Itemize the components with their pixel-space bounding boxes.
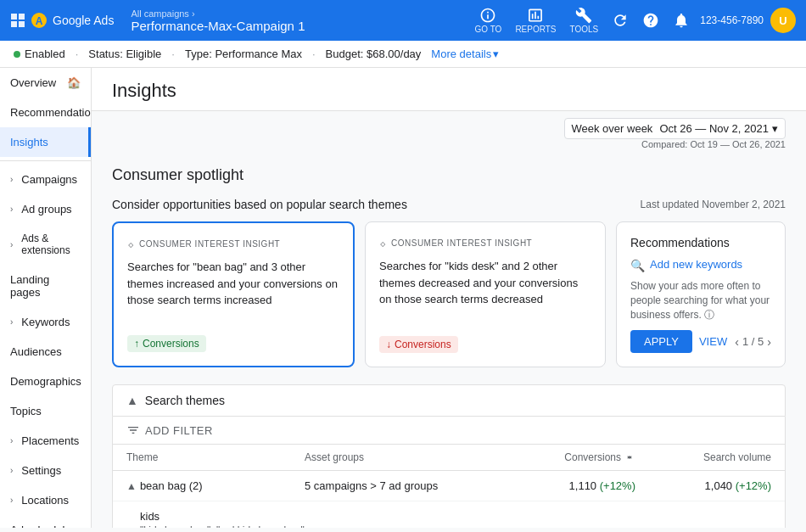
col-search-volume: Search volume (635, 451, 771, 463)
view-button[interactable]: VIEW (699, 335, 727, 348)
refresh-button[interactable] (612, 12, 629, 29)
date-range-bar: Week over week Oct 26 — Nov 2, 2021 ▾ Co… (92, 111, 806, 153)
recommendations-pagination: ‹ 1 / 5 › (735, 335, 771, 349)
recommendations-actions: APPLY VIEW ‹ 1 / 5 › (630, 330, 771, 353)
page-title: Insights (112, 80, 786, 102)
sidebar-item-campaigns[interactable]: ›Campaigns (0, 165, 91, 194)
themes-table: ADD FILTER Theme Asset groups Conversion… (112, 417, 786, 528)
col-theme: Theme (126, 451, 305, 463)
spotlight-header: Consider opportunities based on popular … (112, 198, 786, 211)
insight-tag-2: CONSUMER INTEREST INSIGHT (391, 238, 532, 248)
campaign-breadcrumb: All campaigns › Performance-Max-Campaign… (131, 8, 305, 33)
notifications-button[interactable] (673, 12, 690, 29)
bean-bag-search-volume: 1,040 (+12%) (635, 479, 771, 492)
status-budget: Budget: $68.00/day (326, 48, 422, 60)
main-content: Insights Week over week Oct 26 — Nov 2, … (92, 68, 806, 528)
apply-button[interactable]: APPLY (630, 330, 692, 353)
table-header: Theme Asset groups Conversions Search vo… (113, 445, 785, 471)
col-asset-groups: Asset groups (305, 451, 483, 463)
insight-card-2-header: ⬦ CONSUMER INTEREST INSIGHT (379, 236, 591, 249)
collapse-icon: ▲ (126, 394, 138, 407)
tools-button[interactable]: TOOLS (570, 7, 599, 34)
date-range-selector[interactable]: Week over week Oct 26 — Nov 2, 2021 ▾ (564, 118, 786, 139)
consumer-interest-icon-1: ⬦ (127, 237, 134, 250)
insight-card-1[interactable]: ⬦ CONSUMER INTEREST INSIGHT Searches for… (112, 221, 355, 367)
sidebar-item-locations[interactable]: ›Locations (0, 485, 91, 515)
nav-icon-group: GO TO REPORTS TOOLS (475, 7, 691, 34)
consumer-spotlight-title: Consumer spotlight (112, 166, 786, 184)
user-avatar: U (770, 8, 796, 33)
status-bar: Enabled · Status: Eligible · Type: Perfo… (0, 41, 806, 68)
app-name: Google Ads (53, 14, 114, 27)
more-details-link[interactable]: More details ▾ (431, 48, 499, 60)
svg-rect-1 (19, 14, 25, 20)
sidebar-item-demographics[interactable]: Demographics (0, 367, 91, 396)
recommendations-item: 🔍 Add new keywords (630, 258, 771, 272)
keyword-icon: 🔍 (630, 259, 645, 272)
app-logo[interactable]: A Google Ads (10, 12, 114, 29)
reco-next-button[interactable]: › (767, 335, 771, 349)
sidebar-item-insights[interactable]: Insights (0, 127, 91, 157)
sort-icon (624, 451, 635, 463)
last-updated: Last updated November 2, 2021 (641, 199, 786, 210)
enabled-dot (14, 51, 20, 58)
bean-bag-expand: ▲ bean bag (2) (126, 479, 305, 492)
table-row-kids: kids "kids bean bag", "red kids bean bag… (113, 501, 785, 528)
conversions-badge-up: ↑ Conversions (127, 335, 206, 352)
sidebar-item-placements[interactable]: ›Placements (0, 426, 91, 456)
sidebar-item-landing-pages[interactable]: Landing pages (0, 265, 91, 307)
status-enabled: Enabled (14, 48, 65, 60)
all-campaigns-link[interactable]: All campaigns › (131, 8, 305, 19)
google-ads-icon: A (31, 12, 48, 29)
sidebar-item-ad-groups[interactable]: ›Ad groups (0, 194, 91, 224)
reco-prev-button[interactable]: ‹ (735, 335, 739, 349)
date-compared: Compared: Oct 19 — Oct 26, 2021 (564, 139, 786, 149)
help-button[interactable] (642, 12, 659, 29)
kids-theme: kids "kids bean bag", "red kids bean bag… (140, 510, 311, 528)
sidebar-item-overview[interactable]: Overview 🏠 (0, 68, 91, 98)
insight-card-2-footer: ↓ Conversions (379, 336, 591, 353)
bean-bag-conversions: 1,110 (+12%) (483, 479, 635, 492)
insight-card-2-body: Searches for "kids desk" and 2 other the… (379, 258, 591, 322)
insight-tag-1: CONSUMER INTEREST INSIGHT (139, 239, 280, 249)
sidebar-item-ads-extensions[interactable]: ›Ads & extensions (0, 224, 91, 265)
filter-icon (126, 423, 140, 437)
recommendations-title: Recommendations (630, 236, 771, 249)
sidebar-item-settings[interactable]: ›Settings (0, 456, 91, 485)
sidebar-item-audiences[interactable]: Audiences (0, 337, 91, 367)
sidebar-item-keywords[interactable]: ›Keywords (0, 307, 91, 337)
status-eligible: Status: Eligible (88, 48, 161, 60)
main-layout: Overview 🏠 Recommendations Insights ›Cam… (0, 68, 806, 528)
bean-bag-asset-groups: 5 campaigns > 7 ad groups (305, 479, 483, 492)
status-type: Type: Performance Max (185, 48, 302, 60)
conversions-badge-down: ↓ Conversions (379, 336, 458, 353)
consumer-interest-icon-2: ⬦ (379, 236, 386, 249)
reports-button[interactable]: REPORTS (515, 7, 556, 34)
svg-rect-3 (19, 21, 25, 27)
insight-card-1-body: Searches for "bean bag" and 3 other them… (127, 259, 339, 322)
insight-card-2[interactable]: ⬦ CONSUMER INTEREST INSIGHT Searches for… (365, 221, 606, 367)
insight-card-1-footer: ↑ Conversions (127, 335, 339, 352)
svg-text:A: A (36, 15, 43, 27)
col-conversions[interactable]: Conversions (483, 451, 635, 463)
sidebar: Overview 🏠 Recommendations Insights ›Cam… (0, 68, 92, 528)
campaign-name: Performance-Max-Campaign 1 (131, 19, 305, 33)
goto-button[interactable]: GO TO (475, 7, 502, 34)
recommendations-box: Recommendations 🔍 Add new keywords Show … (616, 221, 786, 367)
sidebar-item-ad-schedule[interactable]: Ad schedule (0, 515, 91, 528)
table-row-bean-bag[interactable]: ▲ bean bag (2) 5 campaigns > 7 ad groups… (113, 471, 785, 501)
home-icon: 🏠 (67, 76, 81, 89)
svg-rect-0 (11, 14, 17, 20)
spotlight-subtitle: Consider opportunities based on popular … (112, 198, 407, 211)
sidebar-item-recommendations[interactable]: Recommendations (0, 98, 91, 127)
insight-cards-container: ⬦ CONSUMER INTEREST INSIGHT Searches for… (112, 221, 786, 367)
add-keywords-link[interactable]: Add new keywords (650, 258, 742, 271)
user-account[interactable]: 123-456-7890 U (700, 8, 796, 33)
sidebar-divider (0, 160, 91, 161)
consumer-spotlight-section: Consumer spotlight Consider opportunitie… (92, 153, 806, 528)
sidebar-item-topics[interactable]: Topics (0, 396, 91, 426)
date-range-info: Week over week Oct 26 — Nov 2, 2021 ▾ Co… (564, 118, 786, 149)
filter-label: ADD FILTER (145, 424, 213, 437)
filter-row[interactable]: ADD FILTER (113, 417, 785, 445)
search-themes-header[interactable]: ▲ Search themes (112, 384, 786, 417)
